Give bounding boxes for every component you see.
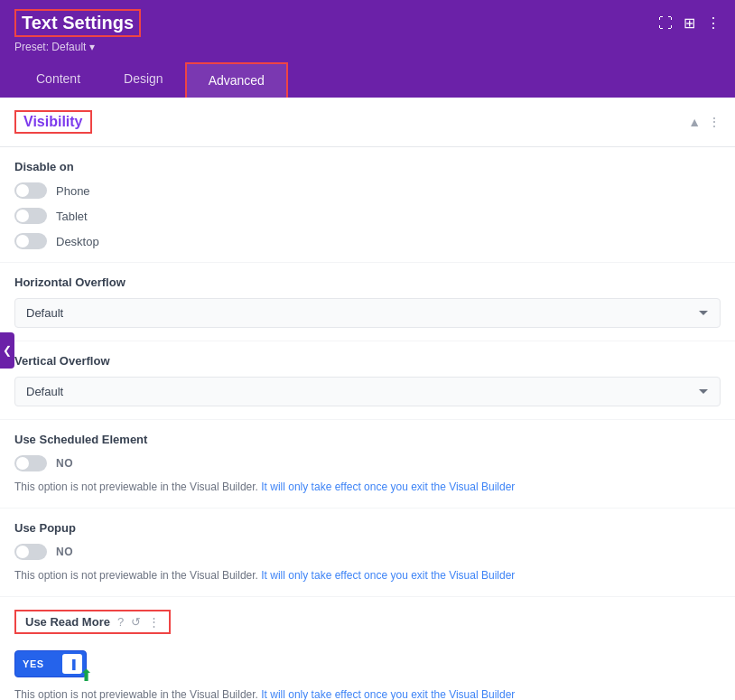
tab-bar: Content Design Advanced [14, 62, 721, 98]
scheduled-element-toggle-row: NO [14, 455, 721, 471]
vertical-overflow-select[interactable]: Default Visible Hidden Scroll Auto [14, 377, 721, 406]
section-controls: ▲ ⋮ [688, 115, 721, 129]
popup-info: This option is not previewable in the Vi… [14, 567, 721, 583]
vertical-overflow-label: Vertical Overflow [14, 354, 721, 368]
popup-toggle-label: NO [56, 546, 73, 558]
tablet-toggle[interactable] [14, 208, 47, 224]
panel-title: Text Settings [14, 9, 141, 37]
read-more-more-icon[interactable]: ⋮ [148, 615, 160, 629]
collapse-icon[interactable]: ▲ [688, 115, 701, 129]
use-popup-label: Use Popup [14, 521, 721, 535]
use-popup-group: Use Popup NO This option is not previewa… [0, 509, 735, 597]
tab-design[interactable]: Design [102, 62, 185, 98]
preset-label[interactable]: Preset: Default ▾ [14, 41, 721, 53]
disable-tablet-option: Tablet [14, 208, 721, 224]
tab-advanced[interactable]: Advanced [185, 62, 288, 98]
visibility-section-header: Visibility ▲ ⋮ [0, 98, 735, 147]
use-scheduled-element-group: Use Scheduled Element NO This option is … [0, 420, 735, 509]
left-arrow-icon: ❮ [3, 344, 12, 357]
phone-toggle[interactable] [14, 182, 47, 199]
fullscreen-icon[interactable]: ⛶ [658, 15, 673, 32]
left-arrow-button[interactable]: ❮ [0, 332, 14, 369]
read-more-toggle[interactable]: YES ▐ ⬆ [14, 650, 87, 677]
read-more-reset-icon[interactable]: ↺ [131, 615, 141, 629]
disable-phone-option: Phone [14, 182, 721, 199]
more-options-icon[interactable]: ⋮ [706, 14, 721, 32]
tablet-label: Tablet [56, 210, 88, 223]
desktop-toggle[interactable] [14, 233, 47, 249]
use-scheduled-element-label: Use Scheduled Element [14, 433, 721, 446]
disable-options-list: Phone Tablet Desktop [14, 182, 721, 249]
disable-desktop-option: Desktop [14, 233, 721, 249]
cursor-indicator: ⬆ [79, 666, 93, 686]
scheduled-element-info: This option is not previewable in the Vi… [14, 479, 721, 495]
desktop-label: Desktop [56, 235, 99, 248]
read-more-toggle-label: YES [23, 658, 44, 669]
disable-on-group: Disable on Phone Tablet Desktop [0, 147, 735, 263]
header-icon-group: ⛶ ⊞ ⋮ [658, 14, 721, 32]
use-read-more-group: Use Read More ? ↺ ⋮ YES ▐ ⬆ This option … [0, 597, 735, 700]
scheduled-element-toggle[interactable] [14, 455, 47, 471]
panel-header: Text Settings ⛶ ⊞ ⋮ Preset: Default ▾ Co… [0, 0, 735, 98]
horizontal-overflow-select[interactable]: Default Visible Hidden Scroll Auto [14, 298, 721, 328]
popup-toggle-row: NO [14, 544, 721, 560]
visibility-section-title: Visibility [14, 110, 92, 134]
popup-toggle[interactable] [14, 544, 47, 560]
scheduled-element-toggle-label: NO [56, 457, 73, 470]
horizontal-overflow-label: Horizontal Overflow [14, 275, 721, 289]
vertical-overflow-group: Vertical Overflow Default Visible Hidden… [0, 341, 735, 420]
header-top-row: Text Settings ⛶ ⊞ ⋮ [14, 9, 721, 37]
columns-icon[interactable]: ⊞ [684, 14, 695, 32]
read-more-help-icon[interactable]: ? [117, 615, 124, 629]
main-content: Visibility ▲ ⋮ Disable on Phone Tablet D… [0, 98, 735, 700]
disable-on-label: Disable on [14, 160, 721, 173]
phone-label: Phone [56, 184, 90, 198]
use-read-more-label: Use Read More [25, 615, 110, 629]
section-more-icon[interactable]: ⋮ [708, 115, 721, 129]
horizontal-overflow-group: Horizontal Overflow Default Visible Hidd… [0, 263, 735, 341]
read-more-info: This option is not previewable in the Vi… [14, 686, 721, 700]
tab-content[interactable]: Content [14, 62, 102, 98]
